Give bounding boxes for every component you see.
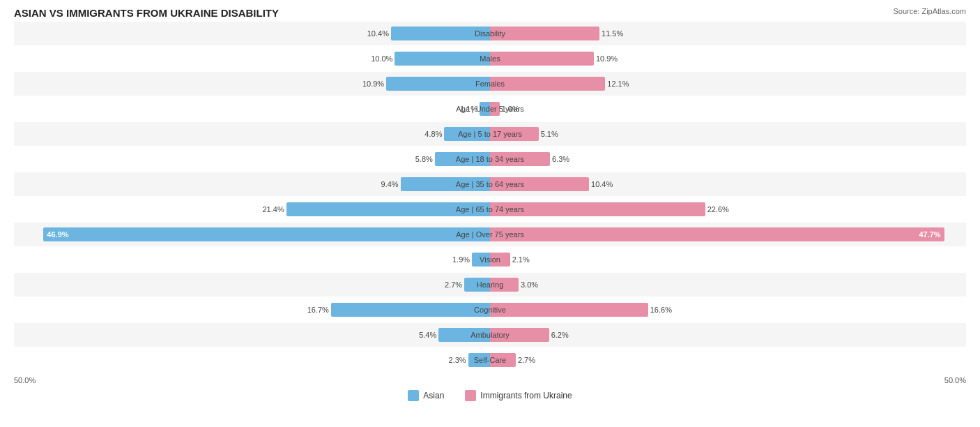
blue-bar-value: 21.4% (262, 205, 284, 214)
row-inner: 9.4% Age | 35 to 64 years 10.4% (14, 172, 966, 196)
pink-bar: 47.7% (490, 227, 944, 241)
right-side: 47.7% (490, 223, 966, 246)
right-side: 6.2% (490, 323, 966, 347)
right-side: 10.9% (490, 47, 966, 70)
pink-bar-value: 16.6% (650, 306, 672, 314)
blue-bar-value: 10.4% (367, 29, 389, 38)
blue-bar-value: 5.8% (415, 155, 433, 163)
blue-bar-value: 10.9% (362, 80, 384, 88)
pink-bar-value: 47.7% (919, 230, 940, 239)
right-side: 5.1% (490, 122, 966, 146)
legend-label-asian: Asian (423, 391, 444, 400)
legend-swatch-ukraine (465, 390, 476, 401)
right-side: 1.0% (490, 97, 966, 121)
legend-item-ukraine: Immigrants from Ukraine (465, 390, 572, 401)
pink-bar: 16.6% (490, 303, 648, 317)
bar-row: 5.8% Age | 18 to 34 years 6.3% (14, 147, 966, 171)
blue-bar: 5.4% (438, 328, 490, 342)
blue-bar: 5.8% (435, 152, 490, 166)
source-label: Source: ZipAtlas.com (893, 7, 966, 15)
left-side: 4.8% (14, 122, 490, 146)
row-inner: 46.9% Age | Over 75 years 47.7% (14, 223, 966, 246)
pink-bar-value: 2.7% (518, 356, 535, 364)
blue-bar-value: 10.0% (371, 54, 392, 63)
blue-bar: 9.4% (401, 177, 490, 191)
right-side: 16.6% (490, 298, 966, 322)
blue-bar-value: 46.9% (47, 230, 68, 239)
right-side: 6.3% (490, 147, 966, 171)
pink-bar: 2.7% (490, 353, 516, 367)
blue-bar: 2.3% (468, 353, 490, 367)
blue-bar-value: 1.9% (452, 255, 470, 264)
legend: Asian Immigrants from Ukraine (14, 390, 966, 401)
blue-bar: 46.9% (43, 227, 490, 241)
right-side: 2.1% (490, 248, 966, 271)
legend-label-ukraine: Immigrants from Ukraine (480, 391, 572, 400)
left-side: 10.0% (14, 47, 490, 70)
bar-row: 10.4% Disability 11.5% (14, 22, 966, 45)
blue-bar-value: 2.3% (449, 356, 466, 364)
row-inner: 2.3% Self-Care 2.7% (14, 348, 966, 372)
left-side: 2.7% (14, 273, 490, 297)
row-inner: 2.7% Hearing 3.0% (14, 273, 966, 297)
right-side: 11.5% (490, 22, 966, 45)
blue-bar-value: 2.7% (445, 280, 462, 289)
legend-item-asian: Asian (408, 390, 444, 401)
pink-bar-value: 12.1% (607, 80, 629, 88)
bar-row: 10.9% Females 12.1% (14, 72, 966, 96)
left-side: 10.4% (14, 22, 490, 45)
row-inner: 10.4% Disability 11.5% (14, 22, 966, 45)
axis-left: 50.0% (14, 376, 36, 384)
left-side: 1.9% (14, 248, 490, 271)
pink-bar: 22.6% (490, 202, 705, 216)
left-side: 10.9% (14, 72, 490, 96)
chart-area: 10.4% Disability 11.5% 10.0% Males 10.9% (14, 22, 966, 372)
bar-row: 1.1% Age | Under 5 years 1.0% (14, 97, 966, 121)
blue-bar-value: 1.1% (460, 105, 477, 113)
pink-bar-value: 10.4% (591, 180, 613, 188)
row-inner: 10.9% Females 12.1% (14, 72, 966, 96)
row-inner: 10.0% Males 10.9% (14, 47, 966, 70)
row-inner: 5.8% Age | 18 to 34 years 6.3% (14, 147, 966, 171)
blue-bar: 2.7% (464, 278, 490, 292)
pink-bar-value: 5.1% (541, 130, 558, 138)
left-side: 16.7% (14, 298, 490, 322)
bar-row: 16.7% Cognitive 16.6% (14, 298, 966, 322)
bar-row: 2.3% Self-Care 2.7% (14, 348, 966, 372)
blue-bar-value: 16.7% (307, 306, 329, 314)
left-side: 1.1% (14, 97, 490, 121)
pink-bar-value: 22.6% (707, 205, 729, 214)
blue-bar: 16.7% (331, 303, 490, 317)
right-side: 12.1% (490, 72, 966, 96)
bar-row: 46.9% Age | Over 75 years 47.7% (14, 223, 966, 246)
blue-bar: 10.4% (391, 27, 490, 40)
blue-bar: 10.0% (395, 52, 490, 66)
left-side: 9.4% (14, 172, 490, 196)
blue-bar-value: 5.4% (419, 331, 436, 339)
row-inner: 21.4% Age | 65 to 74 years 22.6% (14, 197, 966, 221)
blue-bar: 4.8% (444, 127, 490, 141)
left-side: 2.3% (14, 348, 490, 372)
pink-bar-value: 11.5% (602, 29, 623, 38)
left-side: 21.4% (14, 197, 490, 221)
left-side: 5.4% (14, 323, 490, 347)
blue-bar-value: 9.4% (381, 180, 399, 188)
pink-bar: 1.0% (490, 102, 500, 116)
row-inner: 1.1% Age | Under 5 years 1.0% (14, 97, 966, 121)
right-side: 10.4% (490, 172, 966, 196)
blue-bar-value: 4.8% (424, 130, 442, 138)
axis-row: 50.0% 50.0% (14, 373, 966, 387)
pink-bar: 11.5% (490, 27, 599, 40)
pink-bar: 12.1% (490, 77, 605, 91)
right-side: 22.6% (490, 197, 966, 221)
bar-row: 5.4% Ambulatory 6.2% (14, 323, 966, 347)
pink-bar: 5.1% (490, 127, 539, 141)
bar-row: 10.0% Males 10.9% (14, 47, 966, 70)
axis-right: 50.0% (944, 376, 966, 384)
right-side: 2.7% (490, 348, 966, 372)
pink-bar: 10.4% (490, 177, 589, 191)
legend-swatch-asian (408, 390, 419, 401)
row-inner: 4.8% Age | 5 to 17 years 5.1% (14, 122, 966, 146)
row-inner: 16.7% Cognitive 16.6% (14, 298, 966, 322)
chart-title: ASIAN VS IMMIGRANTS FROM UKRAINE DISABIL… (14, 7, 966, 19)
